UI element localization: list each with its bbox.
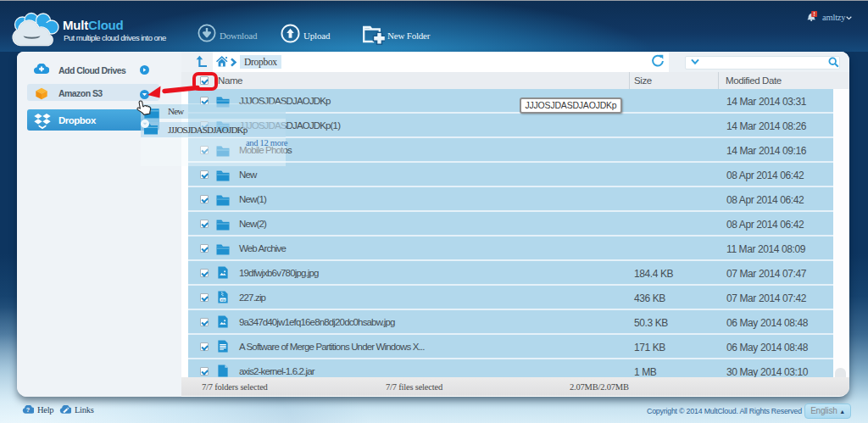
svg-text:?: ? xyxy=(26,407,30,414)
svg-text:!: ! xyxy=(814,11,815,17)
